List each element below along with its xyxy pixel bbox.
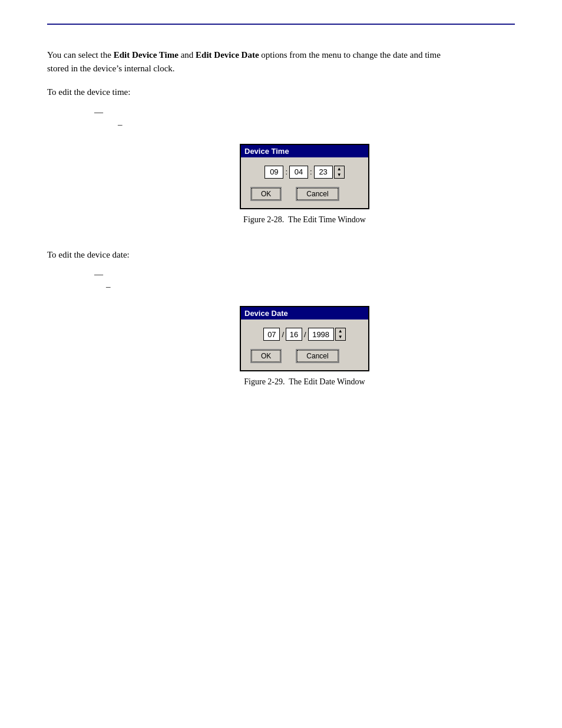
date-dash-2: – <box>106 282 515 292</box>
device-time-dialog: Device Time 09 : 04 : 23 ▲ ▼ OK Cancel <box>240 144 369 209</box>
spinner-down-btn[interactable]: ▼ <box>335 172 344 178</box>
date-sep-1: / <box>282 330 284 339</box>
time-section-label: To edit the device time: <box>47 85 515 99</box>
year-field[interactable]: 1998 <box>308 328 334 341</box>
date-section-label: To edit the device date: <box>47 248 515 262</box>
page: You can select the Edit Device Time and … <box>0 0 562 427</box>
device-date-body: 07 / 16 / 1998 ▲ ▼ OK Cancel <box>241 319 368 370</box>
date-spinner[interactable]: ▲ ▼ <box>335 328 346 341</box>
time-dash-section: — – <box>94 107 515 130</box>
date-dash-section: — – <box>94 269 515 292</box>
figure-29-container: Device Date 07 / 16 / 1998 ▲ ▼ OK Cancel <box>94 306 515 387</box>
time-input-row: 09 : 04 : 23 ▲ ▼ <box>248 166 361 179</box>
intro-paragraph: You can select the Edit Device Time and … <box>47 48 448 75</box>
time-sep-1: : <box>285 167 287 176</box>
time-ok-button[interactable]: OK <box>250 187 282 201</box>
edit-device-time-label: Edit Device Time <box>114 50 178 60</box>
time-dash-1: — <box>94 107 515 117</box>
date-button-row: OK Cancel <box>248 349 361 363</box>
figure-28-title: The Edit Time Window <box>288 215 366 224</box>
top-border <box>47 24 515 25</box>
date-ok-button[interactable]: OK <box>250 349 282 363</box>
device-date-titlebar: Device Date <box>241 307 368 319</box>
intro-text-1: You can select the <box>47 50 114 60</box>
time-dash-2: – <box>118 120 515 130</box>
figure-28-label: Figure 2-28. <box>243 215 284 224</box>
minute-field[interactable]: 04 <box>289 166 308 179</box>
date-cancel-button[interactable]: Cancel <box>296 349 339 363</box>
date-spinner-up-btn[interactable]: ▲ <box>336 328 345 334</box>
time-cancel-button[interactable]: Cancel <box>296 187 339 201</box>
edit-device-date-label: Edit Device Date <box>196 50 259 60</box>
figure-28-container: Device Time 09 : 04 : 23 ▲ ▼ OK Cancel <box>94 144 515 225</box>
figure-29-title: The Edit Date Window <box>289 377 365 386</box>
date-input-row: 07 / 16 / 1998 ▲ ▼ <box>248 328 361 341</box>
figure-29-caption: Figure 2-29. The Edit Date Window <box>244 377 365 387</box>
spinner-up-btn[interactable]: ▲ <box>335 166 344 172</box>
device-time-titlebar: Device Time <box>241 145 368 157</box>
second-field[interactable]: 23 <box>314 166 333 179</box>
date-spinner-down-btn[interactable]: ▼ <box>336 334 345 340</box>
time-button-row: OK Cancel <box>248 187 361 201</box>
figure-28-caption: Figure 2-28. The Edit Time Window <box>243 215 366 225</box>
date-sep-2: / <box>304 330 306 339</box>
time-sep-2: : <box>310 167 312 176</box>
month-field[interactable]: 07 <box>263 328 280 341</box>
figure-29-label: Figure 2-29. <box>244 377 285 386</box>
hour-field[interactable]: 09 <box>265 166 283 179</box>
date-dash-1: — <box>94 269 515 279</box>
device-time-body: 09 : 04 : 23 ▲ ▼ OK Cancel <box>241 157 368 208</box>
intro-text-2: and <box>178 50 196 60</box>
time-spinner[interactable]: ▲ ▼ <box>334 166 345 179</box>
device-date-dialog: Device Date 07 / 16 / 1998 ▲ ▼ OK Cancel <box>240 306 369 371</box>
day-field[interactable]: 16 <box>286 328 302 341</box>
